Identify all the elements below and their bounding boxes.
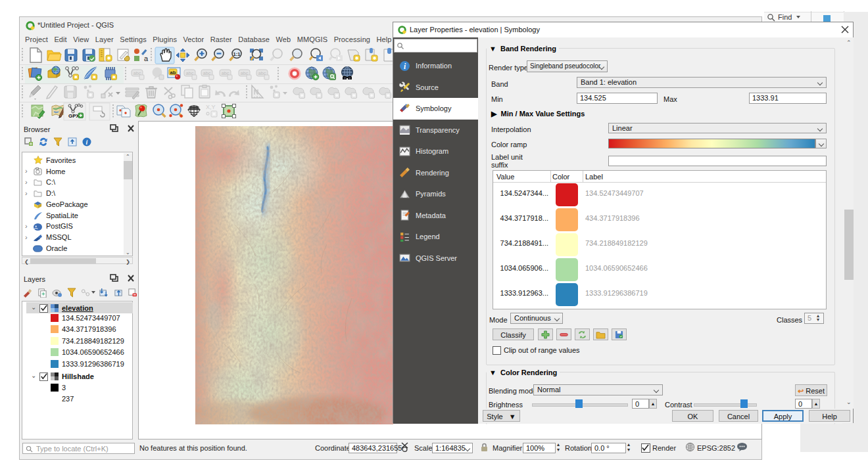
svg-text:i: i (86, 139, 88, 146)
